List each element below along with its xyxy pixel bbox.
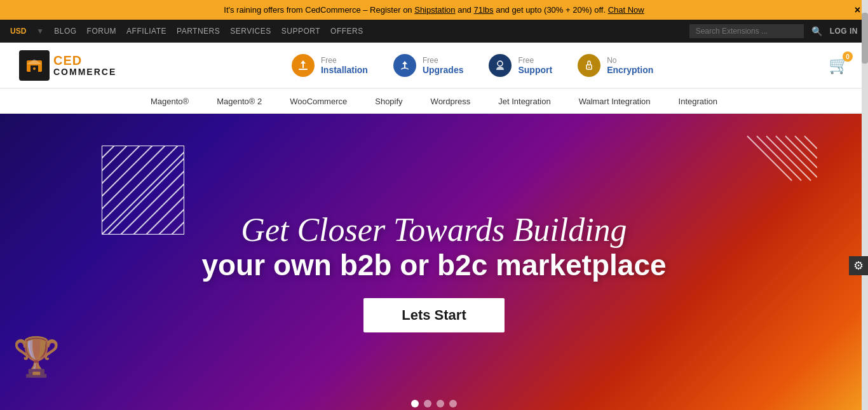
71lbs-link[interactable]: 71lbs <box>473 5 493 15</box>
nav-blog[interactable]: BLOG <box>54 27 76 36</box>
site-logo[interactable]: CED COMMERCE <box>19 50 116 81</box>
login-link[interactable]: LOG IN <box>830 27 858 36</box>
svg-line-27 <box>159 209 184 235</box>
nav-wordpress[interactable]: Wordpress <box>417 90 485 113</box>
upgrades-icon <box>393 54 416 77</box>
nav-jet-integration[interactable]: Jet Integration <box>484 90 564 113</box>
feature-installation: Free Installation <box>292 54 368 77</box>
nav-walmart-integration[interactable]: Walmart Integration <box>565 90 665 113</box>
svg-line-19 <box>102 146 153 196</box>
trophy-decoration: 🏆 <box>13 334 60 379</box>
svg-line-16 <box>102 146 114 158</box>
svg-line-8 <box>747 136 792 181</box>
svg-line-23 <box>108 158 184 235</box>
feature-installation-text: Free Installation <box>321 56 368 75</box>
nav-magento2[interactable]: Magento® 2 <box>203 90 276 113</box>
search-input[interactable] <box>689 24 804 38</box>
cart-badge: 0 <box>843 51 853 62</box>
carousel-dot-3[interactable] <box>437 400 444 407</box>
feature-encryption: No Encryption <box>578 54 653 77</box>
logo-icon <box>19 50 50 81</box>
svg-point-5 <box>498 61 503 66</box>
nav-forum[interactable]: FORUM <box>87 27 117 36</box>
pattern-box <box>102 146 184 235</box>
svg-line-28 <box>172 222 184 235</box>
carousel-dot-4[interactable] <box>449 400 457 407</box>
svg-line-17 <box>102 146 127 171</box>
svg-point-3 <box>33 67 36 70</box>
logo-commerce: COMMERCE <box>53 67 116 77</box>
search-icon[interactable]: 🔍 <box>811 26 822 36</box>
scrollbar-thumb[interactable] <box>862 13 868 64</box>
svg-rect-4 <box>299 69 308 70</box>
svg-line-21 <box>102 146 178 222</box>
feature-encryption-text: No Encryption <box>607 56 653 75</box>
site-header: CED COMMERCE Free Installation Free Upgr… <box>0 43 868 88</box>
nav-integration[interactable]: Integration <box>665 90 731 113</box>
svg-line-12 <box>785 136 817 168</box>
nav-partners[interactable]: PARTNERS <box>177 27 220 36</box>
main-navigation: Magento® Magento® 2 WooCommerce Shopify … <box>0 88 868 114</box>
svg-line-25 <box>133 184 184 235</box>
decorative-lines <box>741 133 817 184</box>
installation-icon <box>292 54 315 77</box>
cart-button[interactable]: 🛒 0 <box>829 55 849 75</box>
header-features: Free Installation Free Upgrades Free Sup… <box>292 54 653 77</box>
gear-settings-button[interactable]: ⚙ <box>849 256 868 275</box>
hero-content: Get Closer Towards Building your own b2b… <box>201 199 666 332</box>
svg-line-10 <box>766 136 811 181</box>
carousel-dot-1[interactable] <box>411 400 419 407</box>
hero-section: 🏆 Get Closer Towards Building your own b… <box>0 114 868 410</box>
shipstation-link[interactable]: Shipstation <box>414 5 455 15</box>
nav-shopify[interactable]: Shopify <box>361 90 416 113</box>
feature-support: Free Support <box>489 54 552 77</box>
support-icon <box>489 54 512 77</box>
announcement-bar: It's raining offers from CedCommerce – R… <box>0 0 868 20</box>
svg-line-13 <box>795 136 817 158</box>
currency-selector[interactable]: USD <box>10 27 26 36</box>
hero-headline-1: Get Closer Towards Building <box>201 212 666 248</box>
svg-point-7 <box>588 67 590 68</box>
nav-affiliate[interactable]: AFFILIATE <box>126 27 166 36</box>
top-nav-right: 🔍 LOG IN <box>689 24 858 38</box>
nav-woocommerce[interactable]: WooCommerce <box>276 90 361 113</box>
logo-ced: CED <box>53 53 116 67</box>
chat-now-link[interactable]: Chat Now <box>608 5 644 15</box>
scrollbar[interactable] <box>862 0 868 410</box>
logo-text: CED COMMERCE <box>53 53 116 77</box>
feature-support-text: Free Support <box>518 56 552 75</box>
announcement-text: It's raining offers from CedCommerce – R… <box>224 5 644 15</box>
nav-services[interactable]: SERVICES <box>230 27 271 36</box>
nav-magento1[interactable]: Magento® <box>137 90 203 113</box>
carousel-dot-2[interactable] <box>424 400 431 407</box>
hero-headline-2: your own b2b or b2c marketplace <box>201 248 666 283</box>
lets-start-button[interactable]: Lets Start <box>363 298 504 332</box>
nav-support[interactable]: SUPPORT <box>281 27 320 36</box>
carousel-dots <box>411 400 457 407</box>
feature-upgrades: Free Upgrades <box>393 54 464 77</box>
top-nav-left: USD ▼ BLOG FORUM AFFILIATE PARTNERS SERV… <box>10 27 363 36</box>
encryption-icon <box>578 54 600 77</box>
close-announcement-button[interactable]: × <box>855 4 860 16</box>
top-nav-bar: USD ▼ BLOG FORUM AFFILIATE PARTNERS SERV… <box>0 20 868 43</box>
feature-upgrades-text: Free Upgrades <box>423 56 464 75</box>
nav-offers[interactable]: OFFERS <box>330 27 363 36</box>
svg-line-9 <box>757 136 801 181</box>
